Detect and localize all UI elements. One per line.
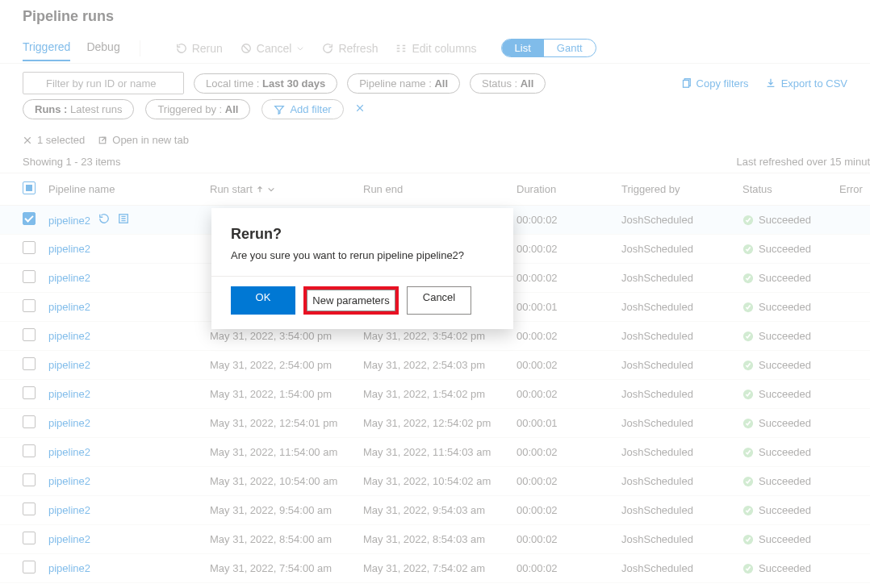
- new-parameters-button[interactable]: New parameters: [307, 290, 395, 311]
- modal-title: Rerun?: [231, 226, 494, 243]
- ok-button[interactable]: OK: [231, 286, 295, 315]
- modal-text: Are you sure you want to rerun pipeline …: [231, 249, 494, 261]
- rerun-modal: Rerun? Are you sure you want to rerun pi…: [211, 208, 513, 329]
- cancel-button[interactable]: Cancel: [407, 286, 471, 315]
